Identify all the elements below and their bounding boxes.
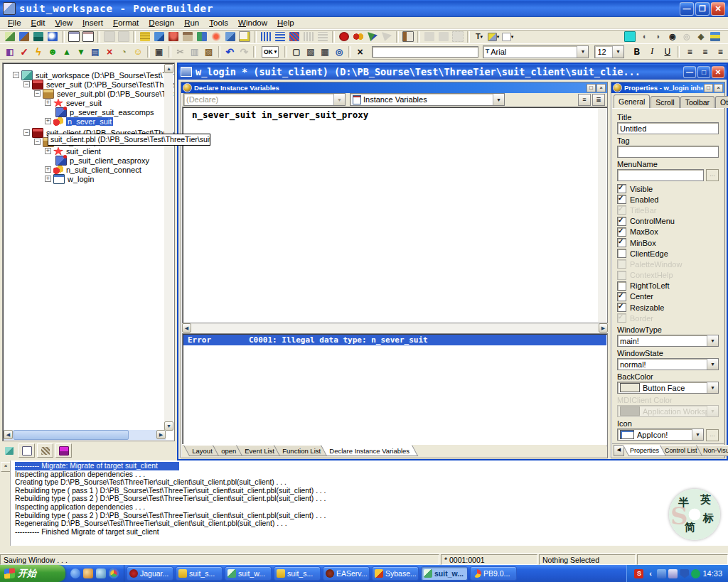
compiler-error-list[interactable]: Error C0001: Illegal data type: n_sever_… [182, 333, 608, 446]
expand-icon[interactable]: + [45, 148, 51, 154]
tab-declare-instance-variables[interactable]: Declare Instance Variables [321, 445, 418, 456]
tab-non-visual[interactable]: Non-Visual C [695, 445, 728, 456]
tree-horizontal-scrollbar[interactable]: ◀ ▶ [4, 430, 166, 440]
grid-align-icon-1[interactable] [259, 31, 273, 43]
properties-icon[interactable]: ▧ [304, 45, 318, 58]
collapse-icon[interactable]: − [13, 72, 19, 78]
undo-icon[interactable]: ↶ [223, 45, 237, 58]
tab-properties[interactable]: Properties [623, 445, 667, 456]
tab-toolbar[interactable]: Toolbar [680, 96, 714, 108]
scroll-thumb[interactable] [14, 430, 129, 440]
preview-icon[interactable]: ◎ [332, 45, 346, 58]
tree-item-p-sever-suit-eascomps[interactable]: p_sever_suit_eascomps [55, 107, 154, 117]
menu-insert[interactable]: Insert [77, 18, 108, 28]
task-suit-s-2[interactable]: suit_s... [274, 566, 321, 581]
new-workspace-icon[interactable] [3, 31, 17, 43]
layers-icon[interactable] [708, 31, 722, 43]
collapse-icon[interactable]: − [23, 81, 30, 87]
task-easerver[interactable]: EAServ... [323, 566, 370, 581]
breakpoints-icon[interactable] [351, 31, 365, 43]
replace-icon[interactable]: ◈ [694, 31, 708, 43]
taskbar-clock[interactable]: 14:33 [702, 569, 722, 578]
tab-scroll[interactable]: Scroll [651, 96, 679, 108]
menu-format[interactable]: Format [108, 18, 144, 28]
menuname-browse-button[interactable]: ... [706, 169, 719, 181]
dropdown-arrow[interactable]: ▼ [707, 335, 718, 346]
declare-event-combo[interactable]: (Declare) ▼ [183, 93, 346, 106]
library-painter-icon[interactable] [31, 31, 46, 43]
ungroup-icon[interactable] [437, 31, 451, 43]
export-icon[interactable]: ▼ [74, 45, 88, 58]
expand-icon[interactable]: + [45, 166, 51, 173]
minbox-checkbox[interactable] [617, 238, 626, 247]
regenerate-icon[interactable]: ☻ [46, 45, 60, 58]
tree-vertical-scrollbar[interactable]: ▲ ▼ [164, 64, 173, 431]
exit-icon[interactable] [401, 31, 415, 43]
controlmenu-checkbox[interactable] [617, 217, 626, 226]
datawindow-painter-icon[interactable] [81, 31, 95, 43]
spark-icon[interactable] [209, 31, 223, 43]
dropdown-arrow[interactable]: ▼ [707, 359, 718, 370]
menu-design[interactable]: Design [144, 18, 179, 28]
font-name-combo[interactable]: T Arial ▼ [483, 45, 589, 58]
edit-source-icon[interactable] [117, 31, 131, 43]
insert-control-dropdown[interactable] [451, 31, 465, 43]
expand-icon[interactable]: + [45, 118, 51, 124]
menu-run[interactable]: Run [179, 18, 204, 28]
backcolor-select[interactable]: Button Face▼ [617, 382, 719, 394]
inherit-icon[interactable] [102, 31, 117, 43]
maxbox-checkbox[interactable] [617, 227, 626, 237]
cut-icon[interactable]: ✂ [173, 45, 188, 58]
ok-dropdown[interactable]: OK▾ [258, 45, 282, 58]
grid-view-button[interactable] [37, 443, 53, 458]
copy-icon[interactable]: ▥ [188, 45, 202, 58]
sogou-tray-icon[interactable]: S [634, 569, 643, 578]
tree-item-p-suit-client-easproxy[interactable]: p_suit_client_easproxy [55, 156, 149, 165]
menu-tools[interactable]: Tools [204, 18, 233, 28]
messenger-icon[interactable] [83, 568, 93, 578]
grid-align-icon-5[interactable] [316, 31, 330, 43]
tree-item-w-login[interactable]: +w_login [45, 174, 94, 183]
new-document-icon[interactable]: ▢ [289, 45, 304, 58]
group-icon[interactable] [422, 31, 437, 43]
db-admin-icon[interactable] [223, 31, 237, 43]
tab-general[interactable]: General [614, 95, 650, 108]
run-select-icon[interactable] [380, 31, 394, 43]
select-icon[interactable] [623, 31, 637, 43]
close-painter-icon[interactable]: × [353, 45, 368, 58]
chrome-icon[interactable] [109, 568, 119, 578]
script-compile-button[interactable]: ≣ [592, 94, 605, 106]
script-list-button[interactable]: ≡ [578, 94, 591, 106]
code-editor[interactable]: n_sever_suit in_server_suit_proxy [182, 107, 608, 323]
toolbar-text-input[interactable] [372, 46, 478, 58]
properties-close-button[interactable]: × [714, 84, 723, 92]
icon-browse-button[interactable]: ... [706, 429, 719, 441]
start-button[interactable]: 开始 [0, 565, 65, 582]
menu-view[interactable]: View [50, 18, 77, 28]
outline-icon[interactable]: ▤ [88, 45, 102, 58]
menu-file[interactable]: File [3, 18, 26, 28]
database-painter-icon[interactable] [138, 31, 152, 43]
tree-item-suit-client-app[interactable]: +suit_client [45, 146, 101, 156]
network-tray-icon[interactable] [657, 569, 666, 578]
align-right-button[interactable]: ≡ [713, 45, 728, 59]
resizable-checkbox[interactable] [617, 303, 626, 312]
code-vertical-scrollbar[interactable] [598, 108, 606, 322]
font-size-dropdown-arrow[interactable]: ▼ [612, 46, 623, 58]
grid-align-icon-3[interactable] [287, 31, 301, 43]
collapse-icon[interactable]: − [34, 139, 41, 145]
easerver-profile-icon[interactable] [181, 31, 195, 43]
dropdown-arrow[interactable]: ▼ [707, 382, 718, 393]
bold-button[interactable]: B [629, 45, 645, 59]
sheet-maximize-button[interactable]: □ [697, 66, 710, 78]
enabled-checkbox[interactable] [617, 195, 626, 204]
scroll-up-arrow[interactable]: ▲ [164, 64, 173, 73]
code-horizontal-scrollbar[interactable]: ◀ ▶ [182, 323, 608, 333]
comment-icon[interactable]: ◖ [637, 31, 651, 43]
paste-icon[interactable]: ▨ [202, 45, 216, 58]
edit-source-icon[interactable]: ◧ [3, 45, 17, 58]
collapse-icon[interactable]: − [23, 129, 30, 136]
component-icon[interactable] [195, 31, 209, 43]
query-icon[interactable] [237, 31, 252, 43]
variable-scope-arrow[interactable]: ▼ [493, 94, 504, 105]
